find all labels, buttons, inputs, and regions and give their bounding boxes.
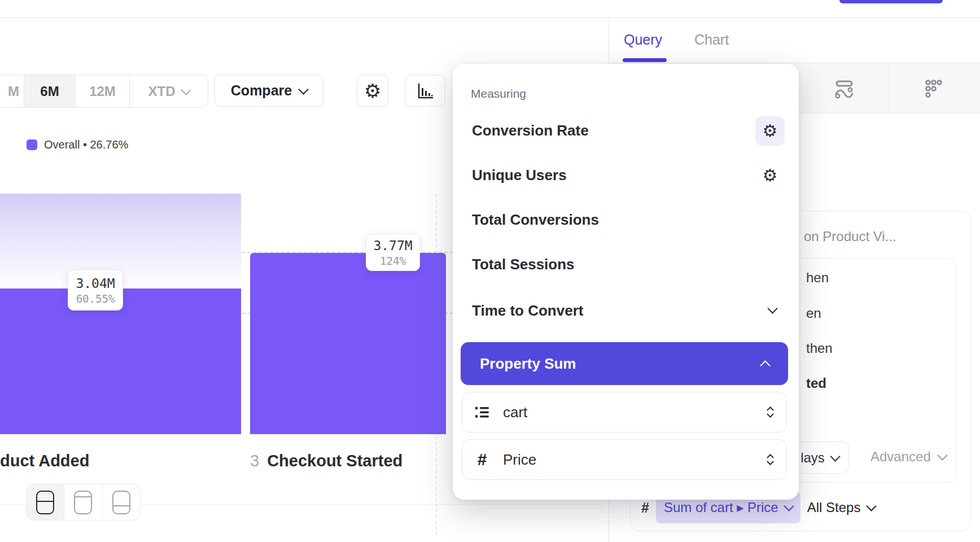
- menu-item-total-sessions[interactable]: Total Sessions: [472, 256, 575, 273]
- bar-2-value: 3.77M: [373, 238, 412, 253]
- measuring-header: Measuring: [471, 87, 526, 100]
- bar-1-pct: 60.55%: [76, 292, 115, 305]
- time-range-selector: M 6M 12M XTD: [0, 75, 208, 108]
- gear-icon: ⚙: [763, 167, 778, 184]
- time-range-xtd-label: XTD: [148, 84, 176, 99]
- legend-overall-label: Overall • 26.76%: [44, 138, 128, 151]
- step-label-checkout-started: Checkout Started: [267, 452, 403, 470]
- menu-item-unique-users[interactable]: Unique Users: [472, 167, 567, 184]
- property-sum-label: Property Sum: [480, 355, 576, 373]
- conversion-rate-settings-button[interactable]: ⚙: [755, 116, 785, 146]
- step-row-fragment-3: then: [806, 340, 833, 356]
- layout-bottom-icon: [112, 491, 130, 514]
- unique-users-settings-button[interactable]: ⚙: [755, 161, 785, 190]
- measuring-dropdown: Measuring Conversion Rate ⚙ Unique Users…: [453, 64, 799, 500]
- step-row-fragment-4: ted: [806, 375, 826, 391]
- step-row-fragment-2: en: [806, 305, 821, 321]
- chevron-down-icon: [181, 85, 191, 95]
- chart-type-button[interactable]: [405, 75, 445, 107]
- window-label-fragment: lays: [800, 450, 825, 466]
- card-title-fragment: on Product Vi...: [804, 229, 896, 244]
- chevron-up-icon: [760, 360, 770, 370]
- all-steps-dropdown[interactable]: All Steps: [807, 500, 876, 515]
- layout-split-rows-button[interactable]: [27, 484, 64, 520]
- measure-chip-label: Sum of cart ▸ Price: [664, 500, 778, 515]
- time-range-12m[interactable]: 12M: [75, 75, 129, 107]
- funnel-analytics-app: 3.04M 60.55% 3.77M 124% duct Added 3 Che…: [0, 0, 980, 542]
- step-row-fragment-1: hen: [806, 270, 829, 286]
- chart-layout-toggle: [26, 484, 141, 521]
- property-event-select[interactable]: cart: [462, 392, 787, 432]
- menu-item-time-to-convert[interactable]: Time to Convert: [472, 302, 583, 320]
- tab-chart[interactable]: Chart: [694, 32, 729, 48]
- more-views-button[interactable]: [922, 77, 946, 100]
- up-down-select-icon: [768, 453, 773, 466]
- header-border: [0, 18, 980, 18]
- layout-top-icon: [74, 491, 92, 514]
- advanced-dropdown[interactable]: Advanced: [870, 449, 946, 465]
- bar-1-value-tooltip: 3.04M 60.55%: [68, 270, 123, 311]
- primary-action-button-partial[interactable]: [839, 0, 943, 3]
- funnel-bar-2[interactable]: [250, 253, 446, 434]
- step-number: 3: [250, 452, 259, 470]
- chevron-down-icon: [867, 501, 877, 511]
- bar-2-value-tooltip: 3.77M 124%: [366, 234, 420, 271]
- time-range-6m[interactable]: 6M: [24, 75, 75, 107]
- step-label-product-added: duct Added: [0, 452, 89, 470]
- tab-query[interactable]: Query: [624, 32, 662, 48]
- dots-grid-icon: [922, 77, 946, 100]
- layout-rows-icon: [36, 491, 54, 514]
- menu-item-conversion-rate[interactable]: Conversion Rate: [472, 122, 589, 139]
- selected-event: cart: [503, 404, 755, 421]
- selected-property: Price: [503, 451, 755, 469]
- time-range-3m[interactable]: M: [0, 75, 24, 107]
- flow-icon: [833, 77, 856, 100]
- bar-2-pct: 124%: [380, 255, 406, 267]
- advanced-label: Advanced: [870, 449, 931, 465]
- compare-label: Compare: [231, 82, 292, 99]
- legend-color-swatch: [27, 139, 37, 150]
- all-steps-label: All Steps: [807, 500, 861, 515]
- menu-item-total-conversions[interactable]: Total Conversions: [472, 211, 599, 229]
- chart-settings-button[interactable]: ⚙: [357, 75, 388, 107]
- flow-view-button[interactable]: [833, 77, 856, 100]
- funnel-bar-1[interactable]: [0, 289, 241, 434]
- compare-button[interactable]: Compare: [215, 75, 323, 107]
- time-range-xtd[interactable]: XTD: [129, 75, 208, 107]
- conversion-window-button[interactable]: lays: [790, 442, 849, 474]
- up-down-select-icon: [768, 406, 773, 418]
- hash-icon: #: [474, 450, 491, 469]
- chevron-down-icon: [784, 501, 794, 511]
- bar-chart-icon: [415, 81, 435, 101]
- layout-top-panel-button[interactable]: [64, 484, 102, 520]
- layout-bottom-panel-button[interactable]: [102, 484, 140, 520]
- property-select[interactable]: # Price: [462, 439, 787, 480]
- menu-item-property-sum-selected[interactable]: Property Sum: [461, 342, 788, 385]
- chevron-down-icon: [830, 451, 840, 461]
- chevron-down-icon: [298, 84, 308, 94]
- hash-icon: #: [641, 500, 649, 516]
- list-icon: [474, 404, 491, 421]
- gear-icon: ⚙: [364, 81, 381, 100]
- bar-1-value: 3.04M: [76, 276, 115, 291]
- chevron-down-icon: [937, 450, 947, 460]
- chevron-down-icon: [767, 303, 777, 313]
- active-tab-underline: [623, 58, 667, 62]
- gear-icon: ⚙: [763, 123, 778, 139]
- panel-toolbar-divider: [889, 63, 890, 113]
